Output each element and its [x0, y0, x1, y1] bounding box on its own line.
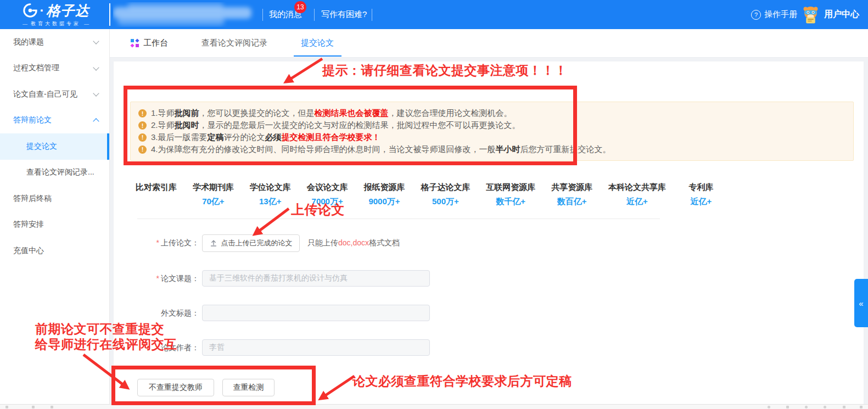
page-root: · 格子达 — 教育大数据专家 — 我的消息 13 写作有困难? ?: [0, 0, 868, 409]
chevron-down-icon: [93, 64, 99, 70]
stat-value: 500万+: [421, 197, 470, 207]
active-tab-underline: [294, 55, 341, 57]
brand-dot: ·: [40, 8, 44, 13]
sidebar-item-final-draft[interactable]: 答辩后终稿: [0, 186, 109, 212]
taskbar-icon: [768, 406, 770, 408]
chevron-down-icon: [93, 38, 99, 44]
sidebar-item-label: 答辩安排: [13, 220, 98, 229]
taskbar-icon: [843, 406, 845, 408]
sidebar-item-label: 我的课题: [13, 37, 94, 47]
hint-formats: doc,docx: [338, 238, 369, 247]
nav-separator: [372, 9, 372, 21]
foreign-label-text: 外文标题：: [161, 309, 199, 317]
question-circle-icon: ?: [751, 10, 761, 20]
sidebar-item-defense-schedule[interactable]: 答辩安排: [0, 212, 109, 238]
stat-value: 9000万+: [364, 197, 405, 207]
tagline-dash-left: —: [23, 21, 27, 27]
stat-journal-db: 学术期刊库 70亿+: [193, 182, 234, 207]
taskbar-icon: [860, 406, 863, 408]
hint-text: 格式文档: [369, 238, 400, 247]
stat-value: 13亿+: [250, 197, 291, 207]
title-label-text: 论文课题：: [161, 274, 199, 283]
chevrons-left-icon: «: [859, 299, 863, 308]
sidebar-item-label: 论文自查-自己可见: [13, 89, 94, 99]
upload-paper-label: *上传论文：: [114, 238, 199, 248]
sidebar-item-submit-paper[interactable]: 提交论文: [0, 133, 109, 160]
paper-title-input[interactable]: [202, 270, 430, 287]
sidebar-item-self-check[interactable]: 论文自查-自己可见: [0, 81, 109, 108]
stat-value: 数千亿+: [486, 197, 535, 207]
sidebar-item-pre-defense-paper[interactable]: 答辩前论文: [0, 108, 109, 134]
tab-workbench[interactable]: 工作台: [131, 29, 168, 57]
stat-value: 70亿+: [193, 197, 234, 207]
taskbar-icon: [786, 406, 789, 408]
upload-paper-button[interactable]: 点击上传已完成的论文: [202, 234, 300, 252]
stat-label: 本科论文共享库: [608, 182, 666, 193]
header-divider: [109, 3, 110, 26]
content-tabbar: 工作台 查看论文评阅记录 提交论文: [109, 29, 868, 58]
user-center-button[interactable]: 用户中心: [802, 0, 859, 29]
upload-label-text: 上传论文：: [161, 238, 199, 247]
brand-name: 格子达: [47, 2, 89, 20]
stat-undergrad-db: 本科论文共享库 近亿+: [608, 182, 666, 207]
stat-value: 数百亿+: [551, 197, 592, 207]
manual-link[interactable]: ? 操作手册: [751, 0, 797, 29]
sidebar-item-my-topics[interactable]: 我的课题: [0, 29, 109, 55]
stat-label: 学位论文库: [250, 182, 291, 193]
brand-tagline: — 教育大数据专家 —: [8, 20, 104, 27]
stat-internet-db: 互联网资源库 数千亿+: [486, 182, 535, 207]
tab-submit-paper[interactable]: 提交论文: [301, 29, 334, 57]
nav-separator: [314, 9, 315, 21]
upload-icon: [210, 239, 217, 247]
stat-patent-db: 专利库 近亿+: [682, 182, 720, 207]
database-stats-row: 比对索引库 学术期刊库 70亿+ 学位论文库 13亿+ 会议论文库 7000万+…: [136, 182, 720, 207]
stat-value: 近亿+: [682, 197, 720, 207]
taskbar-icon: [824, 406, 826, 408]
tagline-text: 教育大数据专家: [31, 20, 81, 27]
collapse-panel-handle[interactable]: «: [854, 279, 868, 327]
writing-help-label: 写作有困难?: [321, 9, 367, 20]
stat-label: 报纸资源库: [364, 182, 405, 193]
taskbar-icon: [51, 406, 53, 408]
foreign-title-input[interactable]: [202, 305, 430, 321]
section-divider: [137, 218, 660, 219]
messages-badge: 13: [294, 1, 306, 13]
brand-logo: · 格子达 — 教育大数据专家 —: [8, 2, 104, 27]
tagline-dash-right: —: [84, 21, 89, 27]
stat-label: 共享资源库: [551, 182, 592, 193]
upload-format-hint: 只能上传doc,docx格式文档: [307, 238, 400, 248]
tab-review-records[interactable]: 查看论文评阅记录: [201, 29, 267, 57]
writing-help-link[interactable]: 写作有困难?: [321, 0, 367, 29]
nav-separator: [262, 9, 263, 21]
sidebar-item-label: 查看论文评阅记录...: [26, 167, 98, 177]
annotation-upload-tip: 上传论文: [291, 201, 345, 218]
stat-value: 近亿+: [608, 197, 666, 207]
stat-compare-index: 比对索引库: [136, 182, 177, 207]
annotation-bottom-tip: 论文必须查重符合学校要求后方可定稿: [352, 373, 572, 390]
stat-shared-db: 共享资源库 数百亿+: [551, 182, 592, 207]
stat-label: 互联网资源库: [486, 182, 535, 193]
annotation-box-buttons: [111, 366, 316, 405]
sidebar-item-label: 过程文档管理: [13, 63, 94, 73]
tiger-mascot-avatar: [802, 5, 820, 24]
sidebar-item-review-records[interactable]: 查看论文评阅记录...: [0, 160, 109, 186]
required-asterisk: *: [156, 238, 159, 247]
user-center-label: 用户中心: [824, 9, 859, 20]
taskbar-icon: [32, 406, 35, 408]
foreign-title-label: 外文标题：: [114, 309, 199, 318]
sidebar-item-label: 答辩后终稿: [13, 194, 98, 204]
stat-label: 比对索引库: [136, 182, 177, 193]
paper-title-label: *论文课题：: [114, 274, 199, 284]
sidebar-item-process-docs[interactable]: 过程文档管理: [0, 55, 109, 82]
sidebar-item-recharge-center[interactable]: 充值中心: [0, 238, 109, 264]
g-swirl-logo-icon: [23, 3, 38, 18]
stat-newspaper-db: 报纸资源库 9000万+: [364, 182, 405, 207]
tab-review-records-label: 查看论文评阅记录: [201, 38, 267, 48]
stat-gezida-db: 格子达论文库 500万+: [421, 182, 470, 207]
paper-author-input[interactable]: [202, 339, 430, 356]
upload-button-label: 点击上传已完成的论文: [221, 238, 293, 248]
chevron-up-icon: [93, 118, 99, 124]
stat-label: 格子达论文库: [421, 182, 470, 193]
annotation-left-tip-line1: 前期论文可不查重提交: [35, 321, 164, 338]
taskbar-icon: [5, 406, 8, 408]
